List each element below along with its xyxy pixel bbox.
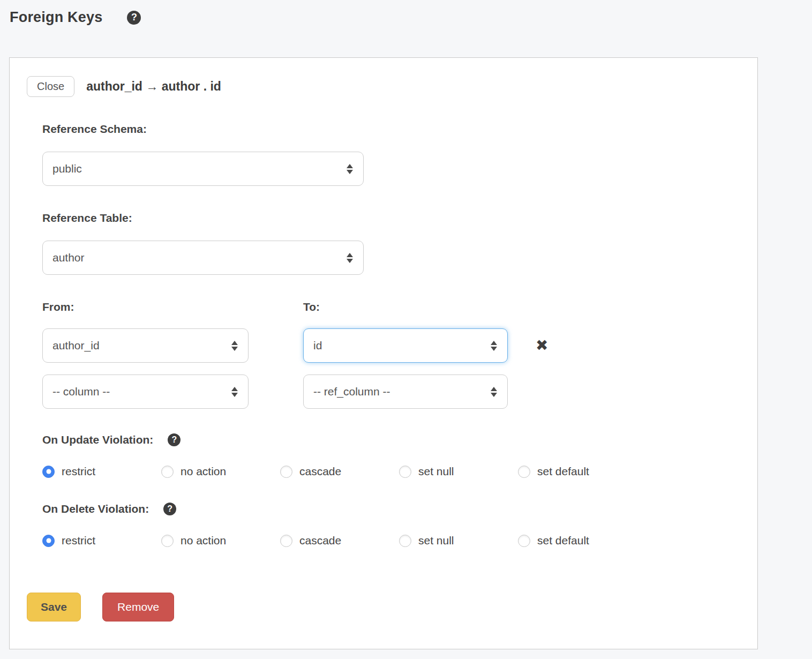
reference-schema-label: Reference Schema: <box>42 123 740 136</box>
remove-column-pair-icon[interactable]: ✖ <box>536 338 548 353</box>
select-arrows-icon <box>231 387 238 397</box>
on-delete-violation-label: On Delete Violation: <box>42 503 149 515</box>
help-icon[interactable]: ? <box>168 433 181 446</box>
new-ref-column-select[interactable]: -- ref_column -- <box>303 375 508 409</box>
radio-on-delete-set-null[interactable]: set null <box>399 534 518 547</box>
radio-on-update-set-default[interactable]: set default <box>518 465 637 478</box>
select-arrows-icon <box>231 341 238 351</box>
mapping-row-2: -- column -- -- ref_column -- <box>42 375 740 409</box>
radio-button[interactable] <box>280 535 292 547</box>
foreign-key-heading: author_id → author . id <box>86 79 221 94</box>
new-ref-column-placeholder: -- ref_column -- <box>313 385 390 398</box>
on-update-options: restrict no action cascade set null set … <box>42 465 740 478</box>
foreign-key-form: Reference Schema: public Reference Table… <box>42 123 740 547</box>
radio-button[interactable] <box>280 466 292 478</box>
editor-header: Close author_id → author . id <box>27 76 740 97</box>
new-column-select[interactable]: -- column -- <box>42 375 249 409</box>
foreign-keys-page: Foreign Keys ? Close author_id → author … <box>0 0 812 659</box>
mapping-row-1: author_id id ✖ <box>42 328 740 363</box>
mapping-labels: From: To: <box>42 301 740 313</box>
reference-table-select[interactable]: author <box>42 241 364 275</box>
reference-table-label: Reference Table: <box>42 212 740 224</box>
radio-button[interactable] <box>399 535 411 547</box>
radio-button[interactable] <box>161 535 174 547</box>
radio-button[interactable] <box>161 466 174 478</box>
foreign-key-editor-panel: Close author_id → author . id Reference … <box>9 57 758 649</box>
to-label: To: <box>303 301 320 313</box>
radio-on-update-restrict[interactable]: restrict <box>42 465 161 478</box>
select-arrows-icon <box>491 341 497 351</box>
on-update-violation-label: On Update Violation: <box>42 433 153 446</box>
select-arrows-icon <box>491 387 497 397</box>
select-arrows-icon <box>347 253 353 263</box>
close-button[interactable]: Close <box>27 76 74 97</box>
radio-on-update-set-null[interactable]: set null <box>399 465 518 478</box>
remove-button[interactable]: Remove <box>102 593 174 621</box>
to-column-value: id <box>313 339 322 352</box>
on-delete-options: restrict no action cascade set null set … <box>42 534 740 547</box>
from-label: From: <box>42 301 303 313</box>
radio-on-delete-cascade[interactable]: cascade <box>280 534 399 547</box>
from-column-select[interactable]: author_id <box>42 328 249 363</box>
select-arrows-icon <box>347 164 353 174</box>
from-column-value: author_id <box>52 339 100 352</box>
radio-on-update-cascade[interactable]: cascade <box>280 465 399 478</box>
radio-button[interactable] <box>518 466 530 478</box>
reference-table-value: author <box>52 251 85 264</box>
new-column-placeholder: -- column -- <box>52 385 110 398</box>
to-column-select[interactable]: id <box>303 328 508 363</box>
radio-on-delete-no-action[interactable]: no action <box>161 534 280 547</box>
editor-actions: Save Remove <box>27 593 740 621</box>
radio-button[interactable] <box>399 466 411 478</box>
radio-button-selected[interactable] <box>42 535 55 547</box>
reference-schema-select[interactable]: public <box>42 152 364 186</box>
reference-schema-value: public <box>52 162 82 175</box>
help-icon[interactable]: ? <box>127 11 141 25</box>
radio-on-delete-restrict[interactable]: restrict <box>42 534 161 547</box>
radio-on-update-no-action[interactable]: no action <box>161 465 280 478</box>
on-delete-violation-header: On Delete Violation: ? <box>42 503 740 515</box>
page-header: Foreign Keys ? <box>0 0 812 26</box>
on-update-violation-header: On Update Violation: ? <box>42 433 740 446</box>
radio-button[interactable] <box>518 535 530 547</box>
help-icon[interactable]: ? <box>163 503 176 515</box>
save-button[interactable]: Save <box>27 593 81 621</box>
radio-button-selected[interactable] <box>42 466 55 478</box>
page-title: Foreign Keys <box>10 9 102 26</box>
radio-on-delete-set-default[interactable]: set default <box>518 534 637 547</box>
